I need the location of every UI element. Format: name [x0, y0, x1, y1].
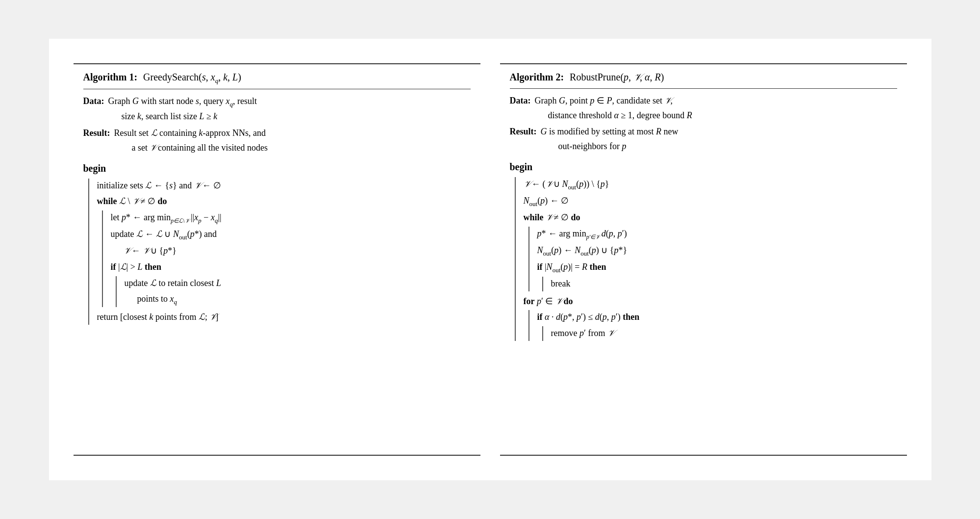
algo1-line7: update ℒ to retain closest L [125, 276, 471, 291]
algo2-if2-body: remove p′ from 𝒱 [542, 326, 897, 341]
algo1-return: return [closest k points from ℒ; 𝒱] [97, 310, 471, 325]
algo1-signature: GreedySearch(s, xq, k, L) [143, 69, 241, 86]
algo2-result-content: G is modified by setting at most R new o… [541, 125, 678, 154]
algo1-result-label: Result: [83, 126, 110, 155]
algorithm-2-box: Algorithm 2: RobustPrune(p, 𝒱, α, R) Dat… [500, 63, 907, 456]
algo1-begin: begin [83, 160, 471, 177]
algo2-if-body: break [542, 277, 897, 291]
algo2-result-label: Result: [510, 125, 537, 154]
algo1-line5: 𝒱 ← 𝒱 ∪ {p*} [124, 244, 471, 259]
algo2-line5: Nout(p) ← Nout(p) ∪ {p*} [537, 243, 897, 259]
algo2-line2: Nout(p) ← ∅ [524, 194, 897, 209]
algo2-line1: 𝒱 ← (𝒱 ∪ Nout(p)) \ {p} [524, 177, 897, 192]
algo2-data-content: Graph G, point p ∈ P, candidate set 𝒱, d… [535, 94, 692, 123]
algo2-line8: if α · d(p*, p′) ≤ d(p, p′) then [537, 310, 897, 325]
algo1-line6: if |ℒ| > L then [111, 260, 471, 275]
algo2-code-body: 𝒱 ← (𝒱 ∪ Nout(p)) \ {p} Nout(p) ← ∅ whil… [515, 177, 897, 341]
algo1-if-body: update ℒ to retain closest L points to x… [116, 276, 471, 308]
algo1-data-row: Data: Graph G with start node s, query x… [83, 94, 471, 124]
algo2-line4: p* ← arg minp′∈𝒱 d(p, p′) [537, 227, 897, 242]
algorithm-1-box: Algorithm 1: GreedySearch(s, xq, k, L) D… [74, 63, 480, 456]
algo2-for-line: for p′ ∈ 𝒱 do [524, 294, 897, 309]
algo1-result-content: Result set ℒ containing k-approx NNs, an… [114, 126, 268, 155]
algo1-result-row: Result: Result set ℒ containing k-approx… [83, 126, 471, 155]
algo1-line2: while ℒ \ 𝒱 ≠ ∅ do [97, 194, 471, 209]
algo1-code-body: initialize sets ℒ ← {s} and 𝒱 ← ∅ while … [88, 179, 471, 325]
algo2-data-row: Data: Graph G, point p ∈ P, candidate se… [510, 94, 897, 123]
algo2-while-body: p* ← arg minp′∈𝒱 d(p, p′) Nout(p) ← Nout… [528, 227, 897, 291]
algo2-begin: begin [510, 159, 897, 175]
algo2-for-body: if α · d(p*, p′) ≤ d(p, p′) then remove … [528, 310, 897, 340]
algo1-line1: initialize sets ℒ ← {s} and 𝒱 ← ∅ [97, 179, 471, 193]
algo1-line3: let p* ← arg minp∈ℒ\𝒱 ||xp − xq|| [111, 210, 471, 226]
algo2-line7: break [551, 277, 897, 291]
algo1-data-label: Data: [83, 94, 104, 124]
algo2-title-row: Algorithm 2: RobustPrune(p, 𝒱, α, R) [510, 64, 897, 89]
algo2-label: Algorithm 2: [510, 69, 564, 85]
algo2-line9: remove p′ from 𝒱 [551, 326, 897, 341]
algo1-indent2: points to xq [129, 292, 471, 307]
algo2-signature: RobustPrune(p, 𝒱, α, R) [570, 69, 664, 85]
algo1-line4: update ℒ ← ℒ ∪ Nout(p*) and [111, 227, 471, 242]
algo1-while-body: let p* ← arg minp∈ℒ\𝒱 ||xp − xq|| update… [102, 210, 471, 308]
algo1-label: Algorithm 1: [83, 69, 138, 85]
algo1-indent1: 𝒱 ← 𝒱 ∪ {p*} [116, 244, 471, 259]
algo2-line3: while 𝒱 ≠ ∅ do [524, 210, 897, 225]
algo2-result-row: Result: G is modified by setting at most… [510, 125, 897, 154]
algo1-line8: points to xq [137, 292, 471, 307]
algo2-data-label: Data: [510, 94, 531, 123]
algo1-title-row: Algorithm 1: GreedySearch(s, xq, k, L) [83, 64, 471, 89]
page-container: Algorithm 1: GreedySearch(s, xq, k, L) D… [49, 39, 931, 480]
algo2-line6: if |Nout(p)| = R then [537, 260, 897, 275]
algo1-data-content: Graph G with start node s, query xq, res… [108, 94, 257, 124]
